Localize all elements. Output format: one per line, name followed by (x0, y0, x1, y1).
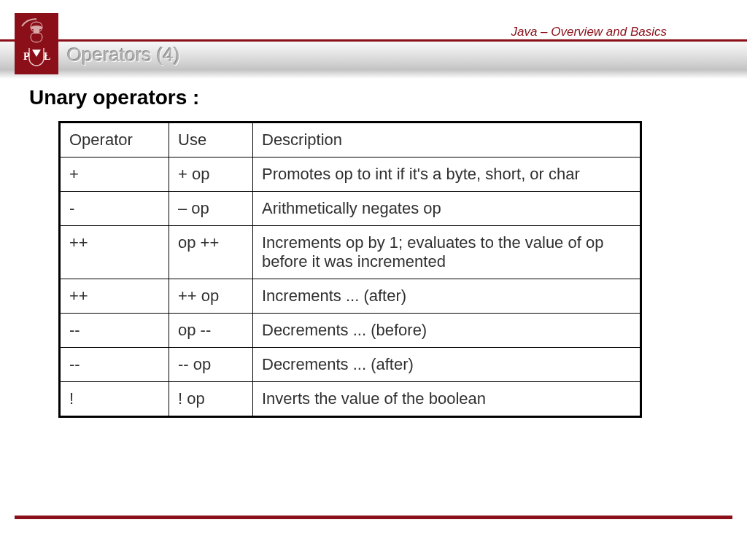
table-row: ! ! op Inverts the value of the boolean (60, 382, 641, 417)
cell-operator: -- (60, 348, 169, 382)
logo-crest-icon: P Ł (15, 13, 58, 74)
svg-rect-2 (34, 29, 39, 34)
table-row: + + op Promotes op to int if it's a byte… (60, 158, 641, 192)
svg-text:Ł: Ł (44, 51, 50, 62)
cell-operator: ! (60, 382, 169, 417)
table-row: -- -- op Decrements ... (after) (60, 348, 641, 382)
cell-use: -- op (169, 348, 253, 382)
header-red-rule (0, 39, 747, 42)
table-body: + + op Promotes op to int if it's a byte… (60, 158, 641, 417)
cell-use: op -- (169, 314, 253, 348)
cell-description: Decrements ... (after) (253, 348, 641, 382)
cell-use: ++ op (169, 279, 253, 314)
col-header-use: Use (169, 122, 253, 158)
cell-operator: -- (60, 314, 169, 348)
slide-title: Operators (4) (67, 44, 180, 66)
cell-description: Increments ... (after) (253, 279, 641, 314)
table-header-row: Operator Use Description (60, 122, 641, 158)
operators-table: Operator Use Description + + op Promotes… (58, 121, 642, 418)
footer-red-rule (15, 516, 732, 519)
table-row: - – op Arithmetically negates op (60, 192, 641, 226)
table-row: -- op -- Decrements ... (before) (60, 314, 641, 348)
col-header-operator: Operator (60, 122, 169, 158)
svg-text:P: P (23, 51, 30, 62)
university-logo: P Ł (15, 13, 58, 74)
cell-description: Decrements ... (before) (253, 314, 641, 348)
cell-description: Promotes op to int if it's a byte, short… (253, 158, 641, 192)
cell-description: Increments op by 1; evaluates to the val… (253, 226, 641, 279)
cell-use: + op (169, 158, 253, 192)
table-row: ++ op ++ Increments op by 1; evaluates t… (60, 226, 641, 279)
cell-description: Inverts the value of the boolean (253, 382, 641, 417)
cell-operator: + (60, 158, 169, 192)
cell-operator: ++ (60, 226, 169, 279)
slide: Java – Overview and Basics P Ł Operators… (0, 0, 747, 560)
table-row: ++ ++ op Increments ... (after) (60, 279, 641, 314)
cell-use: – op (169, 192, 253, 226)
cell-description: Arithmetically negates op (253, 192, 641, 226)
content-area: Unary operators : Operator Use Descripti… (29, 86, 718, 418)
col-header-description: Description (253, 122, 641, 158)
cell-use: ! op (169, 382, 253, 417)
cell-use: op ++ (169, 226, 253, 279)
cell-operator: ++ (60, 279, 169, 314)
section-heading: Unary operators : (29, 86, 718, 109)
cell-operator: - (60, 192, 169, 226)
course-label: Java – Overview and Basics (511, 25, 667, 39)
